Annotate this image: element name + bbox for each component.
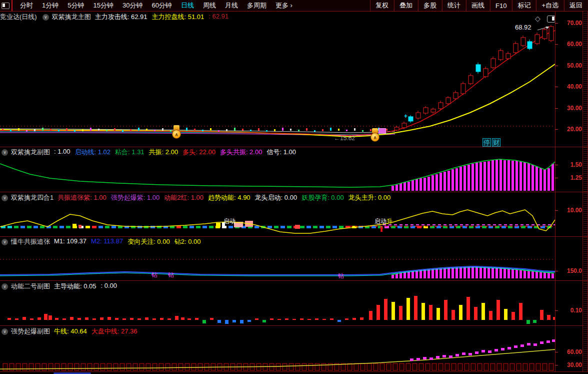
indicator-field: 主导动能: 0.05 bbox=[54, 282, 96, 291]
menubar-divider bbox=[12, 0, 12, 11]
axis-label: 30.00 bbox=[556, 361, 582, 368]
momentum-bars bbox=[8, 296, 555, 324]
chevron-down-icon[interactable]: ∨ bbox=[2, 328, 8, 335]
axis-tick bbox=[555, 87, 558, 87]
menu-button-4[interactable]: 画线 bbox=[466, 0, 490, 11]
panel3-chart-canvas[interactable] bbox=[0, 203, 555, 236]
p2-indicator-values: : 1.00启动线: 1.02粘合: 1.31共振: 2.00多头: 22.00… bbox=[54, 148, 300, 157]
top-menubar: 分时1分钟5分钟15分钟30分钟60分钟日线周线月线多周期更多 › 复权叠加多股… bbox=[0, 0, 588, 12]
indicator-field: 动能2红: 1.00 bbox=[164, 193, 204, 202]
indicator-field: 共振: 2.00 bbox=[149, 148, 178, 157]
indicator-field: 趋势动能: 4.90 bbox=[208, 193, 250, 202]
axis-label: 60.00 bbox=[556, 41, 582, 48]
indicator-field: 多头共振: 2.00 bbox=[220, 148, 262, 157]
diamond-tool-icon[interactable]: ◇ bbox=[535, 15, 540, 23]
menu-item-5[interactable]: 60分钟 bbox=[147, 1, 176, 10]
indicator-name-p6: 强势起爆副图 bbox=[11, 327, 50, 336]
qidong-annotation: 启动 bbox=[224, 217, 236, 226]
chevron-down-icon[interactable]: ∨ bbox=[2, 283, 8, 290]
axis-label: 60.00 bbox=[556, 348, 582, 355]
indicator-field: M1: 109.37 bbox=[54, 237, 86, 246]
axis-label: 1.25 bbox=[556, 174, 582, 181]
low-price-label: ←15.62 bbox=[334, 135, 355, 142]
chevron-down-icon[interactable]: ∨ bbox=[2, 239, 8, 245]
tools-menu: 复权叠加多股统计画线F10标记+自选返回 bbox=[370, 0, 588, 11]
menu-button-8[interactable]: 返回 bbox=[564, 0, 588, 11]
indicator-field: 龙头主升: 0.00 bbox=[348, 193, 391, 202]
axis-label: 70.00 bbox=[556, 20, 582, 27]
menu-item-8[interactable]: 月线 bbox=[220, 1, 242, 10]
magenta-histogram bbox=[392, 266, 554, 278]
axis-tick bbox=[555, 129, 558, 130]
axis-tick bbox=[555, 271, 558, 271]
panel2-chart-canvas[interactable] bbox=[0, 157, 555, 191]
p3-indicator-values: 共振追张紫: 1.00强势起爆紫: 1.00动能2红: 1.00趋势动能: 4.… bbox=[58, 193, 395, 202]
indicator-field: 主力攻击线: 62.91 bbox=[95, 13, 148, 22]
axis-tick bbox=[555, 310, 558, 311]
axis-tick bbox=[555, 66, 558, 66]
menu-button-7[interactable]: +自选 bbox=[536, 0, 564, 11]
signal-dash-row bbox=[1, 226, 552, 228]
panel2-header: ∨ 双紫擒龙副图 : 1.00启动线: 1.02粘合: 1.31共振: 2.00… bbox=[0, 147, 555, 157]
right-ruler bbox=[584, 11, 588, 371]
menu-item-7[interactable]: 周线 bbox=[198, 1, 220, 10]
watermark-label: 停财 bbox=[482, 138, 500, 147]
menu-item-0[interactable]: 分时 bbox=[16, 1, 38, 10]
axis-label: 50.00 bbox=[556, 62, 582, 69]
panel5-chart-canvas[interactable] bbox=[0, 291, 555, 325]
menu-item-10[interactable]: 更多 › bbox=[271, 1, 297, 10]
main-indicator-values: 主力攻击线: 62.91主力控盘线: 51.01: 62.91 bbox=[95, 13, 233, 22]
indicator-field: 妖股孕育: 0.00 bbox=[302, 193, 344, 202]
indicator-name-main: 双紫擒龙主图 bbox=[52, 13, 91, 22]
menu-button-0[interactable]: 复权 bbox=[370, 0, 394, 11]
attack-line-yellow bbox=[0, 64, 555, 137]
panel4-chart-canvas[interactable] bbox=[0, 246, 555, 280]
indicator-name-p2: 双紫擒龙副图 bbox=[11, 148, 50, 157]
indicator-field: 强势起爆紫: 1.00 bbox=[111, 193, 160, 202]
menu-button-6[interactable]: 标记 bbox=[512, 0, 536, 11]
zuan-annotation: 钻 bbox=[152, 271, 158, 279]
axis-label: 1.50 bbox=[556, 161, 582, 168]
indicator-field: 启动线: 1.02 bbox=[75, 148, 111, 157]
indicator-field: 共振追张紫: 1.00 bbox=[58, 193, 106, 202]
zuan-annotation: 钻 bbox=[338, 272, 344, 280]
axis-tick bbox=[555, 365, 558, 365]
main-chart-canvas[interactable] bbox=[0, 23, 555, 147]
high-price-label: 68.92 bbox=[515, 24, 532, 31]
watermark-char-1: 停 bbox=[482, 138, 491, 147]
menu-item-3[interactable]: 15分钟 bbox=[88, 1, 118, 10]
menu-item-2[interactable]: 5分钟 bbox=[63, 1, 88, 10]
menu-button-5[interactable]: F10 bbox=[490, 0, 512, 11]
menu-item-9[interactable]: 多周期 bbox=[242, 1, 271, 10]
menu-item-4[interactable]: 30分钟 bbox=[118, 1, 147, 10]
indicator-field: 主力控盘线: 51.01 bbox=[152, 13, 204, 22]
indicator-field: 粘合: 1.31 bbox=[115, 148, 144, 157]
axis-tick bbox=[555, 165, 558, 165]
menu-button-2[interactable]: 多股 bbox=[418, 0, 442, 11]
axis-tick bbox=[555, 23, 558, 24]
indicator-field: 龙头启动: 0.00 bbox=[255, 193, 298, 202]
indicator-name-p3: 双紫擒龙四合1 bbox=[11, 193, 54, 202]
axis-label: 20.00 bbox=[556, 126, 582, 133]
menu-item-6[interactable]: 日线 bbox=[176, 1, 198, 10]
chevron-down-icon[interactable]: ∨ bbox=[2, 149, 8, 156]
indicator-field: 牛线: 40.64 bbox=[54, 327, 87, 336]
watermark-char-2: 财 bbox=[492, 138, 500, 147]
indicator-field: : 0.00 bbox=[101, 282, 118, 291]
axis-label: 30.00 bbox=[556, 105, 582, 112]
panel-toggle-icon[interactable] bbox=[547, 16, 556, 23]
gold-medal-marker: ∧ bbox=[172, 125, 181, 138]
indicator-name-p5: 动能二号副图 bbox=[11, 282, 50, 291]
menu-button-3[interactable]: 统计 bbox=[442, 0, 466, 11]
panel6-chart-canvas[interactable] bbox=[0, 336, 555, 371]
chevron-down-icon[interactable]: ∨ bbox=[2, 195, 8, 201]
axis-tick bbox=[555, 352, 558, 352]
axis-label: 0.10 bbox=[556, 307, 582, 314]
menu-item-1[interactable]: 1分钟 bbox=[38, 1, 63, 10]
qidongsheng-annotation: 启动升 bbox=[374, 217, 392, 226]
indicator-field: : 1.00 bbox=[54, 148, 70, 157]
menu-button-1[interactable]: 叠加 bbox=[394, 0, 418, 11]
window-layout-icon[interactable] bbox=[2, 3, 10, 9]
chevron-down-icon[interactable]: ∨ bbox=[42, 14, 49, 21]
axis-tick bbox=[555, 108, 558, 109]
